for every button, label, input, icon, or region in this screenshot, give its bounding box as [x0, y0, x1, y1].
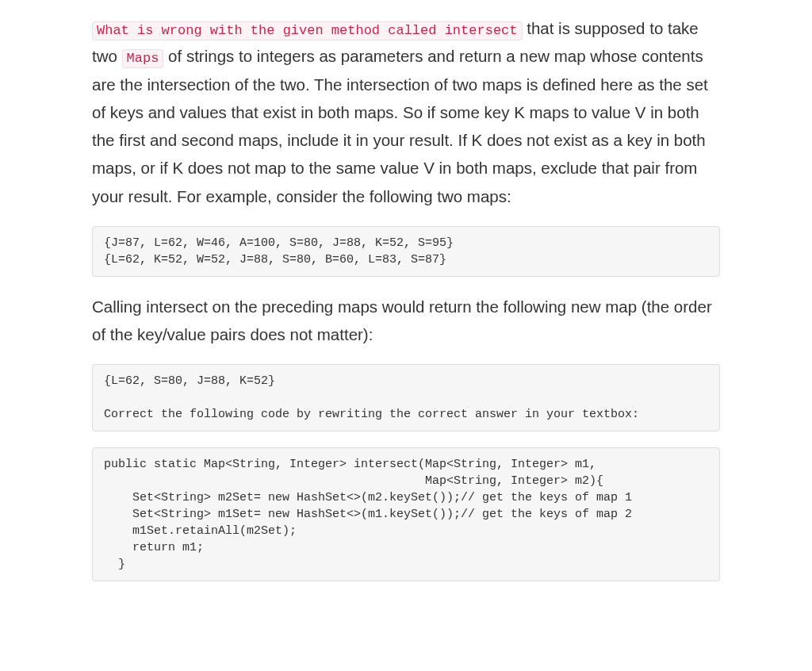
result-description: Calling intersect on the preceding maps … [92, 293, 720, 349]
problem-page: What is wrong with the given method call… [0, 0, 812, 597]
highlight-method-name: What is wrong with the given method call… [92, 21, 523, 40]
problem-description: What is wrong with the given method call… [92, 14, 720, 210]
example-maps-code: {J=87, L=62, W=46, A=100, S=80, J=88, K=… [92, 226, 720, 277]
expected-output-code: {L=62, S=80, J=88, K=52} Correct the fol… [92, 364, 720, 431]
highlight-maps: Maps [122, 49, 164, 68]
given-method-code: public static Map<String, Integer> inter… [92, 447, 720, 581]
intro-segment-2: of strings to integers as parameters and… [92, 47, 708, 205]
